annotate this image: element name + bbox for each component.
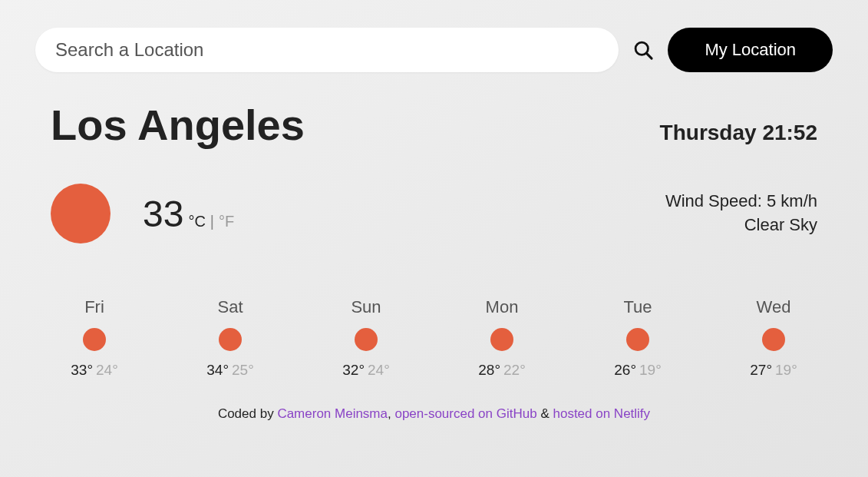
forecast-day-label: Tue	[623, 297, 652, 317]
forecast-hi: 26°	[614, 362, 636, 378]
datetime: Thursday 21:52	[660, 121, 817, 145]
forecast-lo: 24°	[368, 362, 390, 378]
current-temperature: 33	[143, 193, 183, 235]
svg-line-1	[647, 54, 652, 58]
forecast-day-label: Fri	[84, 297, 104, 317]
forecast-day: Fri 33°24°	[60, 297, 129, 379]
forecast-day: Tue 26°19°	[603, 297, 672, 379]
city-name: Los Angeles	[51, 100, 305, 150]
sun-icon	[490, 328, 513, 351]
footer-coded-by: Coded by	[218, 406, 278, 421]
forecast-day-label: Sun	[351, 297, 381, 317]
sun-icon	[83, 328, 106, 351]
forecast-hi: 34°	[206, 362, 229, 378]
forecast-temps: 33°24°	[71, 362, 117, 379]
condition-text: Clear Sky	[665, 214, 817, 237]
forecast-hi: 33°	[71, 362, 93, 378]
search-input[interactable]	[35, 28, 619, 72]
forecast-temps: 28°22°	[478, 362, 525, 379]
forecast-day: Sat 34°25°	[196, 297, 265, 379]
temperature-block: 33 °C | °F	[143, 193, 234, 235]
forecast-day-label: Sat	[217, 297, 243, 317]
footer-author-link[interactable]: Cameron Meinsma	[277, 406, 388, 421]
sun-icon	[51, 184, 111, 243]
top-bar: My Location	[35, 28, 833, 72]
forecast-temps: 34°25°	[206, 362, 253, 379]
wind-label: Wind Speed:	[665, 191, 762, 210]
current-left: 33 °C | °F	[51, 184, 234, 243]
forecast-day-label: Wed	[757, 297, 791, 317]
title-row: Los Angeles Thursday 21:52	[51, 100, 817, 150]
forecast-hi: 28°	[478, 362, 500, 378]
footer-netlify-link[interactable]: hosted on Netlify	[553, 406, 650, 421]
current-right: Wind Speed: 5 km/h Clear Sky	[665, 190, 817, 237]
sun-icon	[762, 328, 785, 351]
footer-sep: &	[537, 406, 553, 421]
forecast-row: Fri 33°24° Sat 34°25° Sun 32°24° Mon 28°…	[60, 297, 808, 379]
forecast-day: Mon 28°22°	[467, 297, 536, 379]
sun-icon	[626, 328, 649, 351]
footer-github-link[interactable]: open-sourced on GitHub	[394, 406, 536, 421]
wind-value: 5 km/h	[767, 191, 817, 210]
my-location-button[interactable]: My Location	[668, 28, 833, 72]
forecast-temps: 27°19°	[750, 362, 797, 379]
forecast-lo: 25°	[232, 362, 254, 378]
forecast-lo: 19°	[775, 362, 797, 378]
sun-icon	[355, 328, 378, 351]
forecast-temps: 32°24°	[342, 362, 389, 379]
sun-icon	[219, 328, 242, 351]
forecast-lo: 19°	[639, 362, 662, 378]
unit-celsius[interactable]: °C	[188, 213, 205, 230]
unit-separator: |	[210, 213, 214, 230]
forecast-day: Sun 32°24°	[332, 297, 401, 379]
forecast-hi: 27°	[750, 362, 772, 378]
forecast-day: Wed 27°19°	[739, 297, 808, 379]
wind-speed: Wind Speed: 5 km/h	[665, 190, 817, 214]
forecast-lo: 22°	[503, 362, 526, 378]
current-conditions: 33 °C | °F Wind Speed: 5 km/h Clear Sky	[51, 184, 817, 243]
footer: Coded by Cameron Meinsma, open-sourced o…	[20, 406, 848, 422]
forecast-day-label: Mon	[486, 297, 519, 317]
search-icon[interactable]	[632, 39, 654, 61]
forecast-temps: 26°19°	[614, 362, 661, 379]
forecast-hi: 32°	[342, 362, 365, 378]
unit-fahrenheit[interactable]: °F	[219, 213, 234, 230]
forecast-lo: 24°	[96, 362, 118, 378]
